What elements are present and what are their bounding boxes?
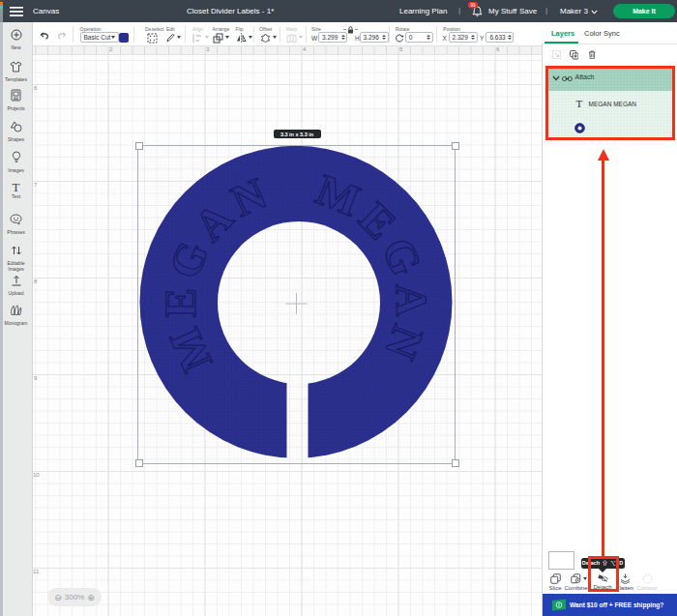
svg-text:99: 99 [470,3,476,8]
